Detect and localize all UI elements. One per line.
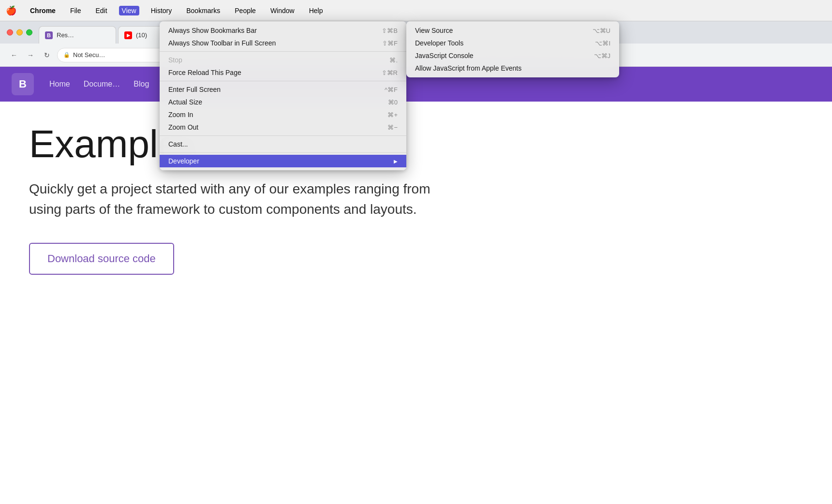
security-icon: 🔒 [63, 52, 70, 58]
menu-shortcut: ⇧⌘R [382, 69, 398, 76]
menu-item-label: Cast... [168, 140, 378, 148]
menu-item-actual-size[interactable]: Actual Size ⌘0 [160, 96, 406, 108]
page-content: B Home Docume… Blog Examples Quickly get… [0, 67, 832, 504]
submenu-arrow-icon: ▶ [394, 159, 398, 164]
navbar-link-docs[interactable]: Docume… [84, 80, 120, 89]
menu-item-always-bookmarks[interactable]: Always Show Bookmarks Bar ⇧⌘B [160, 24, 406, 37]
menu-item-label: JavaScript Console [415, 52, 575, 59]
menubar-file[interactable]: File [67, 6, 84, 15]
menubar-people[interactable]: People [232, 6, 259, 15]
forward-button[interactable]: → [24, 49, 37, 61]
menu-shortcut: ⌥⌘J [594, 52, 611, 59]
navbar-brand[interactable]: B [12, 73, 34, 95]
tab-bootstrap[interactable]: B Res… [39, 26, 116, 44]
menu-item-zoom-out[interactable]: Zoom Out ⌘− [160, 121, 406, 133]
minimize-button[interactable] [16, 30, 23, 36]
menubar-view[interactable]: View [119, 6, 139, 15]
menu-item-label: Developer [168, 157, 394, 165]
menubar-help[interactable]: Help [306, 6, 326, 15]
menubar-bookmarks[interactable]: Bookmarks [183, 6, 223, 15]
menu-item-label: Enter Full Screen [168, 86, 365, 93]
menu-item-label: Force Reload This Page [168, 69, 362, 76]
traffic-lights [7, 30, 32, 36]
menu-separator-2 [160, 81, 406, 81]
menu-shortcut: ⌥⌘U [593, 27, 610, 34]
menubar-history[interactable]: History [148, 6, 175, 15]
menu-separator-1 [160, 51, 406, 52]
menu-item-cast[interactable]: Cast... [160, 138, 406, 150]
navbar-links: Home Docume… Blog [49, 80, 149, 89]
close-button[interactable] [7, 30, 13, 36]
menu-shortcut: ⇧⌘F [382, 40, 398, 47]
maximize-button[interactable] [26, 30, 32, 36]
menu-shortcut: ⌘0 [388, 99, 398, 106]
menu-item-label: Developer Tools [415, 39, 576, 47]
menu-shortcut: ⌘+ [387, 111, 398, 119]
navbar-link-home[interactable]: Home [49, 80, 70, 89]
macos-menubar: 🍎 Chrome File Edit View History Bookmark… [0, 0, 832, 21]
download-source-button[interactable]: Download source code [29, 243, 174, 275]
view-menu: Always Show Bookmarks Bar ⇧⌘B Always Sho… [160, 21, 406, 170]
menu-item-zoom-in[interactable]: Zoom In ⌘+ [160, 108, 406, 121]
menu-item-label: Zoom In [168, 111, 368, 119]
menu-item-label: Always Show Toolbar in Full Screen [168, 39, 363, 47]
menu-item-label: Stop [168, 56, 370, 64]
back-button[interactable]: ← [8, 49, 20, 61]
tab-title-bootstrap: Res… [57, 31, 74, 39]
menu-item-force-reload[interactable]: Force Reload This Page ⇧⌘R [160, 66, 406, 79]
page-body: Examples Quickly get a project started w… [0, 102, 832, 298]
menu-item-label: Allow JavaScript from Apple Events [415, 64, 591, 72]
page-title: Examples [29, 125, 803, 163]
reload-button[interactable]: ↻ [41, 49, 53, 61]
menu-item-fullscreen[interactable]: Enter Full Screen ^⌘F [160, 83, 406, 96]
menu-item-developer[interactable]: Developer ▶ [160, 155, 406, 167]
menu-item-view-source[interactable]: View Source ⌥⌘U [406, 24, 619, 37]
apple-menu-icon[interactable]: 🍎 [6, 5, 16, 16]
menu-shortcut: ^⌘F [385, 86, 398, 93]
menu-item-label: View Source [415, 27, 573, 34]
menu-separator-3 [160, 135, 406, 136]
menu-item-allow-js[interactable]: Allow JavaScript from Apple Events [406, 62, 619, 74]
menu-item-js-console[interactable]: JavaScript Console ⌥⌘J [406, 49, 619, 62]
navbar-link-blog[interactable]: Blog [134, 80, 149, 89]
menu-item-stop: Stop ⌘. [160, 54, 406, 66]
page-subtitle: Quickly get a project started with any o… [29, 179, 464, 220]
menu-item-label: Zoom Out [168, 123, 368, 131]
developer-submenu: View Source ⌥⌘U Developer Tools ⌥⌘I Java… [406, 21, 619, 77]
menu-item-developer-tools[interactable]: Developer Tools ⌥⌘I [406, 37, 619, 49]
menu-shortcut: ⌥⌘I [595, 40, 610, 47]
tab-favicon-youtube: ▶ [124, 31, 132, 39]
menu-item-label: Always Show Bookmarks Bar [168, 27, 362, 34]
tab-title-youtube: (10) [136, 31, 147, 39]
menu-item-always-toolbar[interactable]: Always Show Toolbar in Full Screen ⇧⌘F [160, 37, 406, 49]
menu-shortcut: ⇧⌘B [382, 27, 398, 34]
menu-item-label: Actual Size [168, 98, 369, 106]
menu-separator-4 [160, 152, 406, 153]
menu-shortcut: ⌘. [389, 57, 398, 64]
menubar-chrome[interactable]: Chrome [27, 6, 59, 15]
menubar-edit[interactable]: Edit [92, 6, 110, 15]
tab-favicon-bootstrap: B [45, 31, 53, 39]
address-text: Not Secu… [73, 51, 105, 59]
menubar-window[interactable]: Window [267, 6, 297, 15]
menu-shortcut: ⌘− [387, 124, 398, 131]
